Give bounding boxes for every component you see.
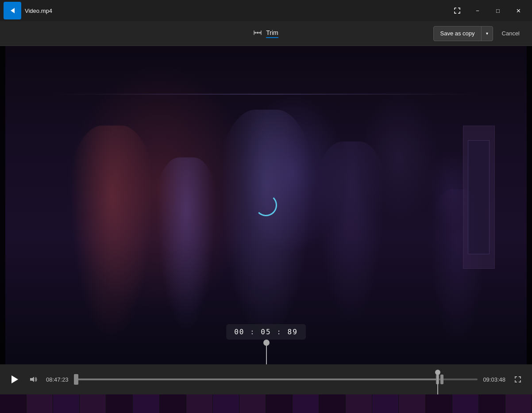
titlebar: Video.mp4 − □ ✕	[0, 0, 532, 21]
side-left	[0, 46, 5, 364]
timecode-overlay: 00 : 05 : 89	[226, 324, 306, 340]
play-icon	[12, 375, 18, 383]
timeline-progress	[74, 379, 438, 380]
thumbnail-11	[266, 394, 293, 413]
window-title: Video.mp4	[25, 8, 447, 14]
thumbnail-15	[372, 394, 399, 413]
expand-icon	[454, 8, 460, 14]
thumbnail-14	[346, 394, 372, 413]
time-start: 08:47:23	[46, 376, 69, 383]
thumbnail-12	[293, 394, 319, 413]
time-end: 09:03:48	[483, 376, 505, 383]
svg-rect-11	[520, 376, 521, 379]
trim-position-indicator	[266, 340, 267, 364]
svg-rect-1	[257, 32, 258, 34]
trim-label: Trim	[266, 29, 278, 36]
thumbnail-19	[479, 394, 505, 413]
character-left	[64, 126, 159, 364]
trim-underline	[266, 37, 278, 38]
save-copy-main[interactable]: Save as copy	[434, 27, 481, 41]
volume-icon	[29, 376, 38, 383]
trim-handle-right-bracket[interactable]	[440, 375, 443, 384]
thumbnails-strip	[0, 394, 532, 413]
panel-screen	[468, 140, 490, 254]
playhead-circle	[435, 370, 440, 375]
trim-icon	[254, 29, 262, 38]
thumbnail-18	[452, 394, 479, 413]
character-right	[308, 141, 393, 364]
back-button[interactable]	[4, 2, 21, 19]
thumbnail-7	[160, 394, 186, 413]
ceiling-light	[53, 94, 479, 95]
thumbnail-10	[239, 394, 266, 413]
controls-bar: 08:47:23 09:03:48	[0, 364, 532, 394]
thumbnail-5	[106, 394, 133, 413]
save-copy-dropdown[interactable]: ▾	[482, 27, 493, 41]
play-button[interactable]	[7, 372, 21, 386]
thumbnail-4	[80, 394, 106, 413]
svg-marker-7	[30, 377, 34, 382]
fullscreen-icon	[514, 375, 522, 383]
svg-rect-2	[259, 32, 261, 34]
trim-left-handle[interactable]	[74, 374, 78, 385]
svg-rect-9	[515, 376, 516, 379]
loading-spinner	[255, 194, 277, 216]
thumbnail-2	[27, 394, 53, 413]
thumbnail-8	[186, 394, 213, 413]
thumbnail-20	[505, 394, 532, 413]
save-as-copy-button[interactable]: Save as copy ▾	[433, 26, 493, 41]
thumbnail-1	[0, 394, 27, 413]
side-right	[527, 46, 532, 364]
svg-rect-15	[520, 380, 521, 382]
thumbnail-3	[53, 394, 80, 413]
display-panel	[463, 126, 495, 269]
expand-button[interactable]	[447, 0, 467, 21]
svg-rect-0	[254, 32, 256, 34]
cancel-button[interactable]: Cancel	[497, 27, 525, 39]
character-mid-left	[149, 157, 224, 364]
video-frame: 00 : 05 : 89	[0, 46, 532, 364]
thumbnail-6	[133, 394, 159, 413]
toolbar: Trim Save as copy ▾ Cancel	[0, 21, 532, 46]
playhead-line	[437, 375, 438, 394]
timeline-wrapper[interactable]	[74, 371, 478, 388]
back-arrow-icon	[11, 8, 15, 13]
maximize-button[interactable]: □	[488, 0, 508, 21]
toolbar-right: Save as copy ▾ Cancel	[433, 26, 525, 41]
trim-line-indicator	[266, 345, 267, 364]
svg-rect-13	[515, 380, 516, 382]
thumbnail-9	[213, 394, 239, 413]
trim-tool-label: Trim	[254, 29, 278, 38]
loading-spinner-container	[255, 194, 277, 216]
window-controls: − □ ✕	[447, 0, 528, 21]
thumbnail-17	[426, 394, 452, 413]
fullscreen-button[interactable]	[511, 372, 525, 386]
video-bg: 00 : 05 : 89	[0, 46, 532, 364]
timeline-track[interactable]	[74, 379, 478, 380]
close-button[interactable]: ✕	[508, 0, 528, 21]
thumbnail-13	[319, 394, 346, 413]
thumbnail-16	[399, 394, 425, 413]
volume-button[interactable]	[27, 372, 41, 386]
minimize-button[interactable]: −	[467, 0, 488, 21]
playhead[interactable]	[435, 370, 440, 394]
video-area: 00 : 05 : 89	[0, 46, 532, 364]
